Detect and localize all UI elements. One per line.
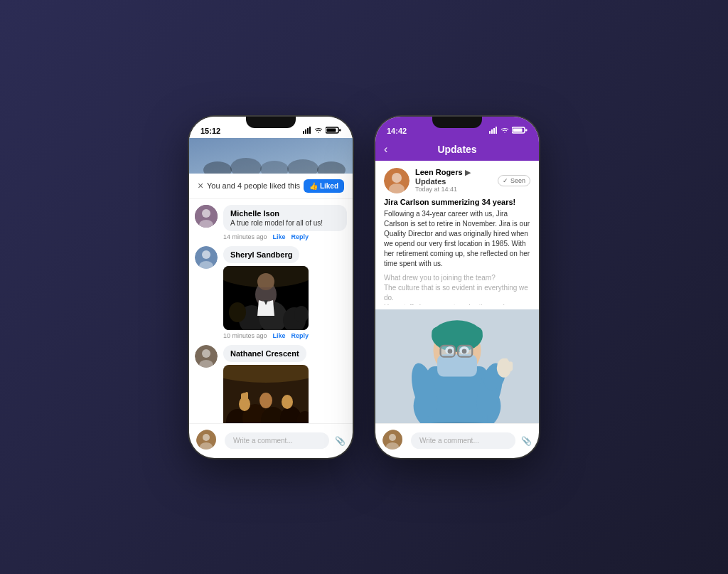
phone-2: 14:42 — [375, 117, 539, 458]
comment-bubble-3: Nathanel Crescent — [223, 345, 306, 362]
comment-meta-2: 10 minutes ago Like Reply — [195, 332, 347, 339]
svg-rect-79 — [509, 361, 513, 371]
post-header: Leen Rogers ▶ Updates Today at 14:41 ✓ S… — [375, 161, 539, 198]
comment-time-2: 10 minutes ago — [223, 332, 267, 339]
liked-button-label: Liked — [320, 182, 338, 190]
write-comment-bar-2: Write a comment... 📎 — [375, 423, 539, 458]
wifi-icon — [314, 127, 323, 135]
write-comment-bar-1: Write a comment... 📎 — [189, 423, 353, 458]
svg-point-56 — [392, 173, 402, 183]
user-avatar-1 — [196, 430, 219, 452]
wifi-icon-2 — [500, 127, 509, 135]
svg-rect-70 — [441, 345, 455, 356]
post-author-name: Leen Rogers ▶ Updates — [415, 168, 492, 186]
paperclip-icon-2[interactable]: 📎 — [521, 436, 532, 446]
svg-rect-77 — [499, 360, 503, 371]
svg-rect-3 — [309, 127, 311, 134]
svg-rect-2 — [307, 128, 309, 134]
comment-input-1[interactable]: Write a comment... — [225, 432, 329, 449]
svg-rect-54 — [525, 129, 528, 131]
phone1-hero-image — [189, 138, 353, 174]
phone2-header-title: Updates — [437, 144, 476, 155]
svg-point-42 — [259, 393, 272, 408]
author-text: Leen Rogers — [415, 168, 463, 176]
comment-bubble-2: Sheryl Sandberg — [223, 246, 299, 263]
status-icons-1 — [303, 127, 341, 135]
svg-rect-48 — [489, 131, 491, 134]
svg-rect-50 — [493, 128, 495, 134]
svg-point-44 — [223, 365, 309, 383]
signal-icon — [303, 127, 311, 135]
svg-point-30 — [202, 349, 210, 358]
svg-rect-5 — [327, 128, 336, 132]
phone2-header: ‹ Updates — [375, 138, 539, 161]
svg-point-26 — [229, 302, 246, 322]
time-1: 15:12 — [200, 127, 220, 135]
svg-point-17 — [202, 250, 210, 259]
comments-list: Michelle Ison A true role model for all … — [189, 199, 353, 423]
notch-2 — [432, 117, 482, 128]
liked-text: You and 4 people liked this — [207, 181, 300, 190]
comment-input-2[interactable]: Write a comment... — [411, 432, 515, 449]
like-link-2[interactable]: Like — [273, 332, 286, 339]
paperclip-icon-1[interactable]: 📎 — [335, 436, 346, 446]
svg-point-46 — [203, 434, 210, 441]
svg-rect-53 — [513, 128, 523, 132]
thumbs-up-icon: 👍 — [309, 182, 318, 190]
svg-rect-78 — [504, 358, 508, 371]
comment-content-3: Nathanel Crescent — [223, 345, 347, 423]
avatar-sheryl — [195, 246, 218, 269]
avatar-nathanel — [195, 345, 218, 368]
signal-icon-2 — [489, 127, 498, 135]
battery-icon-1 — [326, 127, 341, 135]
comment-image-nathanel — [223, 365, 309, 423]
svg-rect-0 — [303, 131, 304, 134]
battery-icon-2 — [512, 127, 528, 135]
notch-1 — [246, 117, 296, 128]
liked-button[interactable]: 👍 Liked — [304, 179, 344, 193]
seen-label: ✓ Seen — [503, 177, 525, 184]
svg-point-28 — [223, 266, 309, 287]
comment-text-1: A true role model for all of us! — [230, 219, 340, 227]
post-time: Today at 14:41 — [415, 186, 492, 193]
post-title: Jira Carlson summerizing 34 years! — [384, 198, 530, 206]
post-channel: Updates — [415, 177, 446, 186]
phone-1: 15:12 — [189, 117, 353, 458]
post-author-info: Leen Rogers ▶ Updates Today at 14:41 — [415, 168, 492, 193]
comment-content-2: Sheryl Sandberg — [223, 246, 347, 330]
seen-badge: ✓ Seen — [498, 175, 530, 186]
svg-rect-71 — [458, 345, 472, 356]
svg-rect-65 — [437, 354, 477, 376]
commenter-name-1: Michelle Ison — [230, 209, 340, 218]
phone2-content: Leen Rogers ▶ Updates Today at 14:41 ✓ S… — [375, 161, 539, 423]
reply-link-1[interactable]: Reply — [291, 233, 309, 240]
svg-point-43 — [282, 395, 293, 409]
svg-rect-64 — [432, 326, 482, 342]
comment-item-2: Sheryl Sandberg — [195, 246, 347, 330]
reply-link-2[interactable]: Reply — [291, 332, 309, 339]
avatar-placeholder — [195, 205, 218, 228]
back-button[interactable]: ‹ — [384, 143, 387, 156]
status-icons-2 — [489, 127, 528, 135]
user-avatar-2 — [382, 430, 405, 452]
table-row: Michelle Ison A true role model for all … — [195, 205, 347, 240]
post-faded-text: What drew you to joining the team? The c… — [384, 273, 530, 305]
liked-bar: × You and 4 people liked this 👍 Liked — [189, 174, 353, 199]
time-2: 14:42 — [387, 127, 407, 135]
svg-point-82 — [389, 434, 396, 441]
commenter-name-2: Sheryl Sandberg — [230, 250, 292, 259]
comment-meta-1: 14 minutes ago Like Reply — [195, 233, 347, 240]
post-image — [375, 309, 539, 423]
svg-point-14 — [202, 209, 210, 218]
like-link-1[interactable]: Like — [273, 233, 286, 240]
comment-time-1: 14 minutes ago — [223, 233, 267, 240]
comment-bubble-1: Michelle Ison A true role model for all … — [223, 205, 347, 231]
arrow-icon: ▶ — [465, 168, 471, 176]
post-text: Following a 34-year career with us, Jira… — [384, 209, 530, 269]
svg-rect-49 — [491, 129, 493, 134]
avatar-michelle — [195, 205, 218, 228]
svg-rect-1 — [305, 129, 306, 134]
svg-rect-51 — [496, 127, 497, 134]
close-icon[interactable]: × — [198, 180, 203, 191]
post-author-avatar — [384, 168, 410, 193]
